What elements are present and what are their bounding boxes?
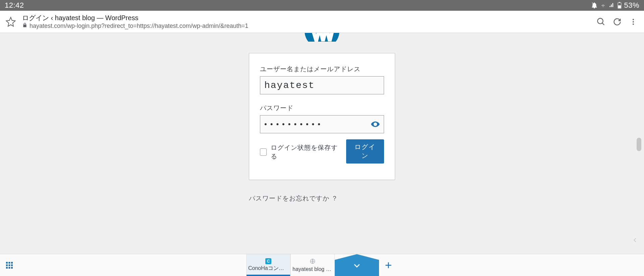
svg-rect-11 — [9, 262, 10, 264]
new-tab-button[interactable] — [379, 254, 398, 276]
collapse-chevron-icon — [631, 236, 639, 245]
lock-icon — [22, 22, 28, 30]
svg-rect-18 — [11, 267, 13, 269]
chevron-down-icon — [352, 260, 362, 270]
status-right: 53% — [591, 1, 639, 10]
svg-rect-15 — [11, 264, 13, 266]
signal-icon — [608, 2, 615, 9]
menu-button[interactable] — [625, 14, 641, 30]
wordpress-logo — [305, 33, 339, 42]
wifi-icon — [600, 2, 606, 9]
tabs-grid-button[interactable] — [0, 254, 19, 276]
svg-rect-17 — [9, 267, 10, 269]
bookmark-star-button[interactable] — [3, 14, 19, 30]
battery-percentage: 53% — [624, 1, 639, 10]
browser-tab-2[interactable]: hayatest blog – J — [290, 254, 335, 276]
username-input[interactable] — [260, 76, 384, 94]
browser-toolbar: ログイン ‹ hayatest blog — WordPress hayates… — [0, 11, 644, 33]
svg-rect-16 — [6, 267, 8, 269]
svg-rect-10 — [6, 262, 8, 264]
tab-label: ConoHaコントロ — [248, 265, 288, 272]
svg-rect-12 — [11, 262, 13, 264]
svg-rect-2 — [618, 5, 621, 8]
username-label: ユーザー名またはメールアドレス — [260, 65, 384, 74]
search-button[interactable] — [593, 14, 609, 30]
status-time: 12:42 — [5, 1, 24, 10]
show-password-button[interactable] — [369, 118, 381, 130]
scrollbar-thumb[interactable] — [637, 138, 641, 151]
page-content: ユーザー名またはメールアドレス パスワード ログイン状態を保存する ログイン パ… — [0, 33, 644, 254]
svg-point-5 — [633, 19, 634, 20]
svg-rect-1 — [619, 2, 620, 3]
remember-me-checkbox[interactable] — [260, 148, 267, 156]
login-form: ユーザー名またはメールアドレス パスワード ログイン状態を保存する ログイン — [249, 53, 395, 180]
svg-point-7 — [633, 24, 634, 25]
svg-rect-14 — [9, 264, 10, 266]
svg-point-3 — [598, 18, 603, 24]
page-url[interactable]: hayatest.com/wp-login.php?redirect_to=ht… — [30, 22, 248, 30]
globe-icon — [310, 258, 316, 266]
reload-button[interactable] — [609, 14, 625, 30]
battery-icon — [617, 2, 622, 9]
password-label: パスワード — [260, 104, 384, 112]
svg-point-9 — [374, 123, 376, 125]
tab-favicon-icon: C — [265, 258, 271, 264]
browser-tab-1[interactable]: C ConoHaコントロ — [246, 254, 290, 276]
tab-label: hayatest blog – J — [292, 266, 333, 272]
bottom-tab-bar: C ConoHaコントロ hayatest blog – J — [0, 254, 644, 276]
forgot-password-link[interactable]: パスワードをお忘れですか ？ — [249, 194, 395, 203]
remember-me-label: ログイン状態を保存する — [271, 143, 338, 161]
page-title: ログイン ‹ hayatest blog — WordPress — [22, 14, 593, 22]
browser-tab-current[interactable] — [335, 254, 379, 276]
android-status-bar: 12:42 53% — [0, 0, 644, 11]
svg-point-6 — [633, 21, 634, 22]
notification-off-icon — [591, 2, 598, 9]
svg-line-4 — [602, 23, 604, 25]
login-button[interactable]: ログイン — [346, 139, 384, 164]
password-input[interactable] — [260, 115, 384, 133]
svg-rect-13 — [6, 264, 8, 266]
